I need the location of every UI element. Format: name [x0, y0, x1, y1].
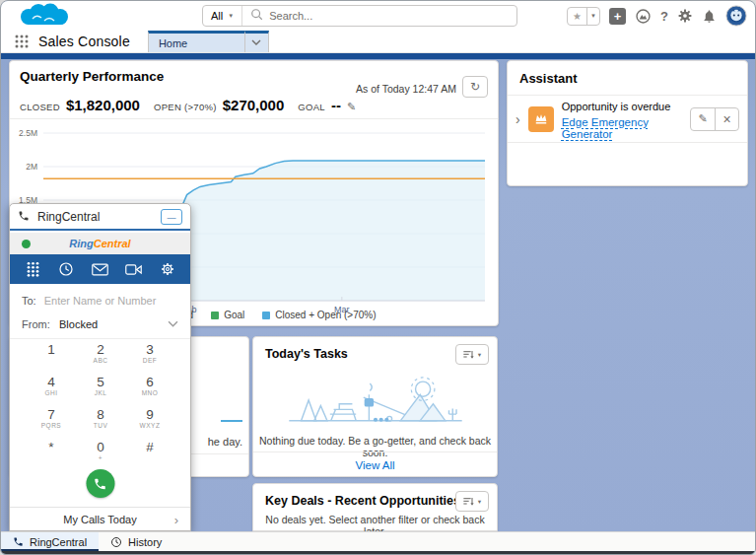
chevron-down-icon	[251, 39, 261, 46]
sort-icon	[462, 349, 474, 361]
legend-goal: Goal	[211, 310, 244, 320]
svg-text:2M: 2M	[26, 162, 37, 172]
favorites-star-icon[interactable]: ★	[568, 8, 586, 25]
sort-icon	[462, 496, 474, 508]
setup-gear-icon[interactable]	[677, 8, 693, 24]
header-actions: ★ ▼ + ?	[567, 1, 747, 31]
video-tab-icon[interactable]	[122, 257, 146, 281]
tasks-empty-message: Nothing due today. Be a go-getter, and c…	[253, 435, 497, 458]
call-icon	[94, 477, 107, 491]
dialpad-key-3[interactable]: 3DEF	[125, 342, 174, 375]
dialpad-key-star[interactable]: *	[27, 440, 76, 472]
edit-icon[interactable]: ✎	[691, 108, 715, 130]
events-illustration-fragment	[221, 420, 242, 422]
opportunity-link[interactable]: Edge Emergency Generator	[562, 116, 682, 140]
kpi-open-value: $270,000	[223, 97, 285, 113]
kpi-goal-value: --	[331, 97, 341, 113]
search-input[interactable]	[269, 10, 509, 22]
svg-text:2.5M: 2.5M	[19, 128, 37, 138]
tab-home-label: Home	[159, 37, 187, 49]
my-calls-today-row[interactable]: My Calls Today ›	[10, 507, 190, 531]
dialpad-key-1[interactable]: 1	[27, 342, 76, 375]
from-value: Blocked	[59, 318, 160, 330]
window-bottom-edge	[1, 551, 755, 555]
user-avatar[interactable]	[725, 5, 747, 27]
assistant-item-actions: ✎ ×	[690, 107, 739, 131]
notifications-bell-icon[interactable]	[702, 9, 717, 24]
kpi-closed-value: $1,820,000	[66, 97, 140, 113]
kpi-open: OPEN (>70%) $270,000	[154, 97, 284, 113]
minimize-button[interactable]: —	[161, 209, 182, 225]
assistant-card: Assistant › Opportunity is overdue Edge …	[507, 60, 748, 186]
dismiss-icon[interactable]: ×	[715, 108, 738, 130]
from-field-row: From: Blocked	[10, 314, 190, 334]
messages-tab-icon[interactable]	[88, 257, 111, 281]
todays-tasks-card: Today's Tasks ▼	[252, 336, 498, 477]
call-history-tab-icon[interactable]	[54, 257, 78, 281]
key-deals-title: Key Deals - Recent Opportunities	[265, 494, 460, 508]
as-of-timestamp: As of Today 12:47 AM	[356, 83, 456, 95]
key-deals-sort-button[interactable]: ▼	[455, 491, 489, 512]
dialpad-key-2[interactable]: 2ABC	[76, 342, 125, 375]
key-deals-card: Key Deals - Recent Opportunities ▼ No de…	[252, 483, 498, 531]
tab-home[interactable]: Home	[148, 31, 244, 52]
refresh-button[interactable]: ↻	[462, 76, 488, 98]
softphone-toolbar	[10, 254, 190, 284]
events-message-fragment: he day.	[208, 436, 242, 448]
from-dropdown-chevron-icon[interactable]	[168, 320, 178, 328]
refresh-icon: ↻	[470, 80, 480, 94]
to-input[interactable]	[44, 295, 184, 307]
chevron-down-icon: ▼	[590, 13, 596, 19]
call-button[interactable]	[86, 469, 114, 498]
salesforce-logo-icon	[15, 3, 76, 33]
help-icon[interactable]: ?	[660, 9, 668, 24]
dialpad-key-pound[interactable]: #	[125, 440, 174, 472]
search-scope-label: All	[211, 10, 223, 22]
dialpad-key-8[interactable]: 8TUV	[76, 407, 125, 440]
todays-tasks-title: Today's Tasks	[265, 347, 348, 361]
settings-gear-icon[interactable]	[156, 257, 179, 281]
dialpad-key-5[interactable]: 5JKL	[76, 375, 125, 407]
expand-chevron-icon[interactable]: ›	[515, 112, 520, 126]
kpi-goal-label: GOAL	[298, 102, 325, 112]
legend-swatch-closed-open	[262, 312, 270, 319]
global-header: All ▼ ★ ▼ + ?	[1, 1, 755, 31]
utility-tab-history[interactable]: History	[99, 532, 173, 551]
tasks-view-all-link[interactable]: View All	[253, 459, 497, 471]
dialpad-key-0[interactable]: 0+	[76, 440, 125, 472]
assistant-item: › Opportunity is overdue Edge Emergency …	[508, 96, 747, 143]
chevron-down-icon: ▼	[477, 499, 482, 505]
presence-status-dot[interactable]	[22, 240, 31, 248]
kpi-row: CLOSED $1,820,000 OPEN (>70%) $270,000 G…	[20, 97, 356, 113]
dialpad-key-9[interactable]: 9WXYZ	[125, 407, 174, 440]
dialpad-key-7[interactable]: 7PQRS	[27, 407, 76, 440]
chevron-right-icon: ›	[174, 513, 178, 527]
dialpad-tab-icon[interactable]	[21, 257, 44, 281]
utility-tab-history-label: History	[128, 536, 162, 548]
softphone-title: RingCentral	[37, 210, 153, 224]
app-nav-bar: Sales Console Home	[1, 31, 755, 53]
ringcentral-logo: RingCentral	[10, 238, 190, 249]
dialpad-key-6[interactable]: 6MNO	[125, 375, 174, 407]
softphone-header: RingCentral —	[10, 204, 190, 231]
to-field-row: To:	[10, 291, 190, 311]
kpi-open-label: OPEN (>70%)	[154, 102, 217, 112]
utility-bar: RingCentral History	[1, 531, 755, 551]
kpi-closed: CLOSED $1,820,000	[20, 97, 140, 113]
edit-goal-icon[interactable]: ✎	[347, 101, 356, 113]
app-launcher-icon[interactable]	[1, 31, 38, 52]
favorites-dropdown[interactable]: ▼	[586, 8, 599, 25]
quarterly-performance-title: Quarterly Performance	[20, 69, 164, 84]
history-clock-icon	[110, 536, 122, 548]
guidance-center-icon[interactable]	[635, 8, 652, 25]
legend-swatch-goal	[211, 312, 219, 319]
from-label: From:	[22, 318, 51, 330]
tab-home-dropdown[interactable]	[244, 31, 269, 52]
dialpad-key-4[interactable]: 4GHI	[27, 375, 76, 407]
chevron-down-icon: ▼	[477, 352, 482, 358]
quick-create-button[interactable]: +	[609, 8, 626, 25]
global-search: All ▼	[202, 5, 517, 27]
tasks-sort-button[interactable]: ▼	[455, 344, 489, 365]
search-scope-dropdown[interactable]: All ▼	[203, 6, 242, 26]
utility-tab-ringcentral[interactable]: RingCentral	[1, 532, 99, 551]
